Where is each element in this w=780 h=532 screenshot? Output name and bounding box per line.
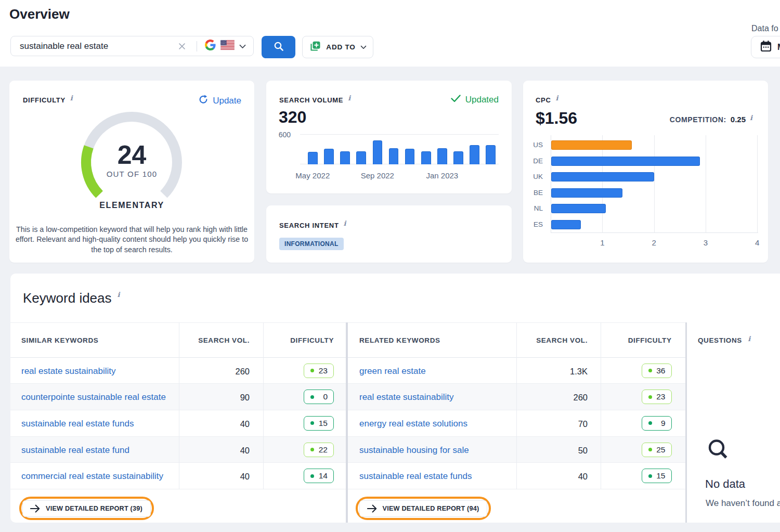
view-detailed-report-button[interactable]: VIEW DETAILED REPORT (94)	[359, 500, 488, 517]
keyword-link[interactable]: commercial real estate sustainability	[21, 471, 163, 482]
volume-bar	[324, 149, 334, 164]
view-detailed-report-button[interactable]: VIEW DETAILED REPORT (39)	[22, 500, 151, 517]
difficulty-value: 0	[323, 392, 328, 401]
data-for-label: Data fo	[751, 24, 778, 33]
info-icon[interactable]: i	[348, 94, 350, 102]
keyword-link[interactable]: sustainable real estate funds	[359, 471, 472, 482]
search-intent-card-title: SEARCH INTENT	[279, 222, 339, 229]
highlight-ring: VIEW DETAILED REPORT (94)	[356, 497, 491, 520]
arrow-right-icon	[367, 504, 377, 513]
difficulty-dot-icon	[310, 421, 314, 425]
keyword-link[interactable]: sustainable real estate fund	[21, 445, 129, 456]
search-volume-cell: 40	[504, 472, 588, 482]
cpc-country-label: UK	[523, 173, 543, 180]
difficulty-value: 15	[656, 471, 665, 481]
row-border	[10, 489, 685, 489]
volume-bar	[486, 145, 496, 164]
difficulty-description: This is a low-competition keyword that w…	[14, 225, 250, 255]
keyword-ideas-section: Keyword ideas i SIMILAR KEYWORDSSEARCH V…	[10, 274, 780, 523]
search-volume-card: SEARCH VOLUME i Updated 320 600 May 2022…	[266, 81, 512, 193]
volume-gridline-label: 600	[266, 131, 291, 139]
keyword-link[interactable]: real estate sustainability	[359, 392, 453, 403]
related-keywords-column-header: RELATED KEYWORDS	[359, 336, 440, 344]
column-divider	[601, 322, 601, 489]
keyword-link[interactable]: energy real estate solutions	[359, 419, 467, 429]
add-to-button[interactable]: ADD TO	[302, 36, 373, 58]
updated-status: Updated	[451, 95, 499, 105]
intent-badge: INFORMATIONAL	[279, 238, 344, 250]
keyword-link[interactable]: sustainable real estate funds	[21, 419, 134, 429]
search-button[interactable]	[262, 36, 295, 58]
info-icon[interactable]: i	[748, 335, 751, 343]
volume-bar	[405, 149, 415, 164]
difficulty-cell: 9	[609, 416, 672, 431]
volume-bar	[389, 148, 399, 164]
info-icon[interactable]: i	[750, 114, 752, 122]
date-range-button[interactable]: M	[751, 36, 780, 58]
volume-bar	[453, 151, 463, 164]
cpc-bar	[551, 172, 654, 181]
difficulty-cell: 23	[609, 390, 672, 404]
table-separator	[346, 322, 348, 523]
difficulty-score-scale: OUT OF 100	[9, 170, 254, 178]
difficulty-dot-icon	[310, 395, 314, 399]
search-input[interactable]: sustainable real estate	[11, 41, 178, 51]
cpc-card-header: CPC i	[536, 96, 558, 104]
clear-search-icon[interactable]	[178, 42, 196, 50]
difficulty-cell: 22	[271, 443, 334, 457]
no-data-search-icon	[706, 437, 730, 463]
cpc-card: CPC i $1.56 COMPETITION: 0.25 i 1234USDE…	[523, 81, 768, 263]
chevron-down-icon	[360, 43, 367, 51]
difficulty-dot-icon	[310, 448, 314, 451]
volume-gridline	[300, 134, 499, 135]
keyword-search-field[interactable]: sustainable real estate	[10, 36, 254, 56]
cpc-country-label: DE	[523, 157, 543, 165]
keyword-link[interactable]: sustainable housing for sale	[359, 445, 469, 456]
info-icon[interactable]: i	[70, 94, 73, 102]
volume-bar	[340, 151, 350, 164]
search-volume-cell: 260	[504, 393, 588, 403]
search-vol-column-header: SEARCH VOL.	[504, 336, 588, 344]
cpc-x-tick-label: 1	[592, 238, 613, 247]
no-data-title: No data	[705, 477, 745, 491]
volume-bar	[356, 151, 366, 164]
info-icon[interactable]: i	[344, 219, 346, 227]
competition-label: COMPETITION:	[670, 115, 726, 124]
keyword-link[interactable]: counterpointe sustainable real estate	[21, 392, 166, 403]
cpc-bar	[551, 140, 632, 150]
row-border	[10, 462, 685, 463]
difficulty-badge: 0	[304, 390, 334, 404]
column-divider	[179, 322, 179, 489]
search-engine-region-selector[interactable]	[202, 40, 253, 53]
calendar-icon	[760, 40, 772, 54]
arrow-right-icon	[30, 504, 40, 513]
updated-label: Updated	[465, 95, 499, 105]
difficulty-score: 24	[9, 142, 254, 168]
difficulty-value: 9	[661, 419, 666, 428]
search-volume-cell: 40	[166, 472, 250, 482]
page-title: Overview	[9, 6, 70, 22]
questions-column-header: QUESTIONS i	[698, 336, 751, 344]
difficulty-dot-icon	[648, 421, 652, 425]
info-icon[interactable]: i	[556, 94, 558, 102]
difficulty-badge: 9	[642, 416, 672, 431]
keyword-link[interactable]: green real estate	[359, 366, 426, 377]
cpc-country-label: US	[523, 141, 543, 149]
info-icon[interactable]: i	[118, 291, 120, 299]
difficulty-dot-icon	[310, 474, 314, 478]
difficulty-dot-icon	[648, 369, 652, 372]
update-difficulty-link[interactable]: Update	[199, 95, 241, 107]
keyword-link[interactable]: real estate sustainability	[21, 366, 115, 377]
search-volume-card-title: SEARCH VOLUME	[279, 96, 343, 104]
add-to-label: ADD TO	[326, 43, 355, 51]
cpc-country-label: NL	[523, 204, 543, 212]
search-icon	[272, 40, 285, 54]
cpc-card-title: CPC	[536, 96, 551, 104]
difficulty-cell: 0	[271, 390, 334, 404]
difficulty-cell: 23	[271, 364, 334, 378]
view-detailed-report-label: VIEW DETAILED REPORT (39)	[46, 505, 142, 512]
cpc-gridline	[602, 135, 603, 233]
difficulty-dot-icon	[648, 448, 652, 451]
difficulty-badge: 23	[304, 364, 334, 378]
row-border	[10, 410, 685, 410]
